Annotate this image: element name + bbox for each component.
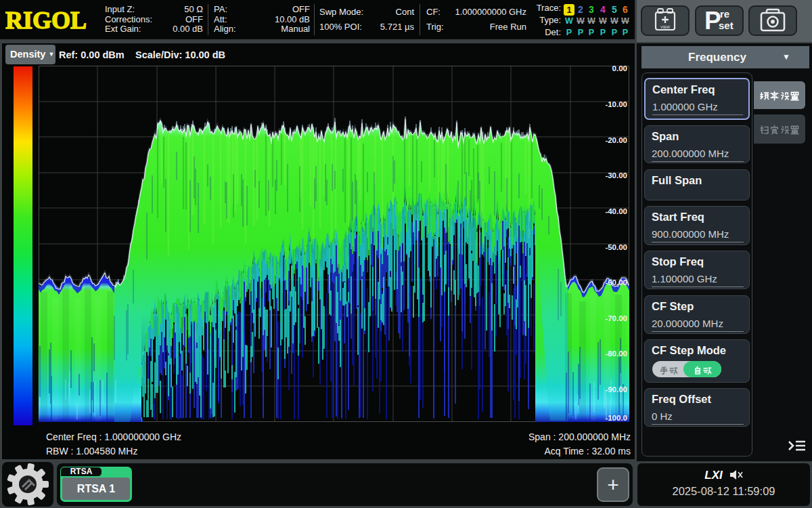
svg-text:-90.00: -90.00 bbox=[605, 385, 627, 394]
svg-text:-100.0: -100.0 bbox=[605, 414, 627, 422]
svg-text:-70.00: -70.00 bbox=[605, 314, 627, 322]
svg-text:-20.00: -20.00 bbox=[605, 136, 627, 144]
svg-text:-80.00: -80.00 bbox=[605, 350, 627, 358]
svg-text:VIEW: VIEW bbox=[660, 25, 671, 29]
svg-text:-10.00: -10.00 bbox=[605, 100, 627, 108]
svg-text:-30.00: -30.00 bbox=[605, 171, 627, 179]
svg-text:0.00: 0.00 bbox=[612, 66, 627, 72]
svg-text:-40.00: -40.00 bbox=[605, 207, 627, 215]
svg-text:-50.00: -50.00 bbox=[605, 243, 627, 251]
svg-text:-60.00: -60.00 bbox=[605, 278, 627, 287]
